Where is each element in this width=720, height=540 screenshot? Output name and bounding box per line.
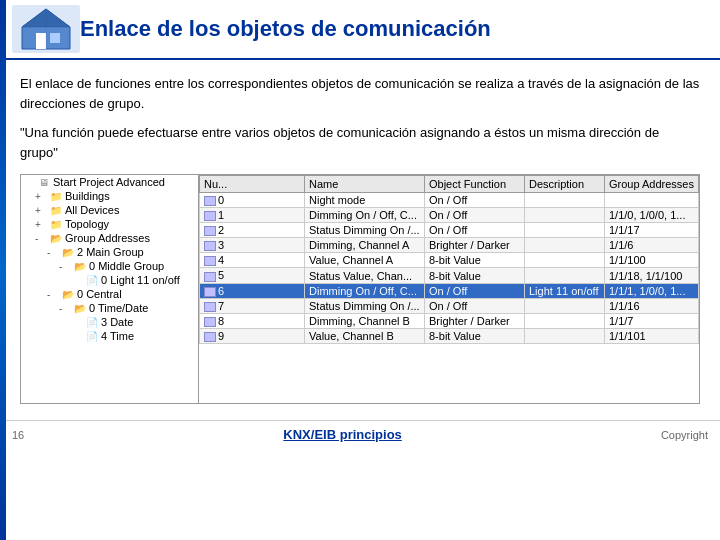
table-row[interactable]: 9Value, Channel B8-bit Value1/1/101 bbox=[200, 328, 699, 343]
cell-group: 1/1/18, 1/1/100 bbox=[605, 268, 699, 283]
tree-toggle-central[interactable]: - bbox=[47, 289, 61, 300]
folder-icon-alldevices: 📁 bbox=[49, 204, 63, 216]
table-row[interactable]: 2Status Dimming On /...On / Off1/1/17 bbox=[200, 223, 699, 238]
cell-num: 6 bbox=[200, 283, 305, 298]
tree-item-middlegroup[interactable]: - 📂 0 Middle Group bbox=[21, 259, 198, 273]
folder-icon-middlegroup: 📂 bbox=[73, 260, 87, 272]
tree-label-central: 0 Central bbox=[77, 288, 122, 300]
tree-toggle-timedate[interactable]: - bbox=[59, 303, 73, 314]
row-icon bbox=[204, 256, 216, 266]
tree-toggle-middlegroup[interactable]: - bbox=[59, 261, 73, 272]
tree-item-groupaddr[interactable]: - 📂 Group Addresses bbox=[21, 231, 198, 245]
table-row[interactable]: 1Dimming On / Off, C...On / Off1/1/0, 1/… bbox=[200, 208, 699, 223]
cell-function: 8-bit Value bbox=[425, 253, 525, 268]
tree-toggle-groupaddr[interactable]: - bbox=[35, 233, 49, 244]
cell-function: On / Off bbox=[425, 298, 525, 313]
tree-toggle-buildings[interactable]: + bbox=[35, 191, 49, 202]
cell-num: 9 bbox=[200, 328, 305, 343]
tree-item-maingroup[interactable]: - 📂 2 Main Group bbox=[21, 245, 198, 259]
table-panel[interactable]: Nu... Name Object Function Description G… bbox=[199, 175, 699, 403]
folder-icon-topology: 📁 bbox=[49, 218, 63, 230]
cell-function: On / Off bbox=[425, 223, 525, 238]
tree-item-buildings[interactable]: + 📁 Buildings bbox=[21, 189, 198, 203]
cell-description bbox=[525, 253, 605, 268]
cell-group: 1/1/1, 1/0/0, 1... bbox=[605, 283, 699, 298]
cell-num: 7 bbox=[200, 298, 305, 313]
cell-num: 4 bbox=[200, 253, 305, 268]
table-row[interactable]: 6Dimming On / Off, C...On / OffLight 11 … bbox=[200, 283, 699, 298]
table-row[interactable]: 7Status Dimming On /...On / Off1/1/16 bbox=[200, 298, 699, 313]
tree-label-alldevices: All Devices bbox=[65, 204, 119, 216]
row-icon bbox=[204, 241, 216, 251]
cell-group bbox=[605, 193, 699, 208]
col-header-num: Nu... bbox=[200, 176, 305, 193]
row-icon bbox=[204, 332, 216, 342]
cell-name: Dimming On / Off, C... bbox=[305, 208, 425, 223]
cell-description bbox=[525, 328, 605, 343]
tree-toggle-alldevices[interactable]: + bbox=[35, 205, 49, 216]
main-panel: 🖥 Start Project Advanced + 📁 Buildings +… bbox=[20, 174, 700, 404]
row-icon bbox=[204, 302, 216, 312]
svg-rect-3 bbox=[50, 33, 60, 43]
footer-link[interactable]: KNX/EIB principios bbox=[283, 427, 401, 442]
cell-description bbox=[525, 208, 605, 223]
row-icon bbox=[204, 272, 216, 282]
cell-description bbox=[525, 268, 605, 283]
data-table: Nu... Name Object Function Description G… bbox=[199, 175, 699, 344]
tree-label-middlegroup: 0 Middle Group bbox=[89, 260, 164, 272]
cell-name: Night mode bbox=[305, 193, 425, 208]
cell-description bbox=[525, 298, 605, 313]
cell-name: Dimming, Channel A bbox=[305, 238, 425, 253]
tree-toggle-maingroup[interactable]: - bbox=[47, 247, 61, 258]
tree-toggle-topology[interactable]: + bbox=[35, 219, 49, 230]
cell-num: 0 bbox=[200, 193, 305, 208]
tree-label-timedate: 0 Time/Date bbox=[89, 302, 148, 314]
table-row[interactable]: 4Value, Channel A8-bit Value1/1/100 bbox=[200, 253, 699, 268]
cell-name: Value, Channel B bbox=[305, 328, 425, 343]
table-header-row: Nu... Name Object Function Description G… bbox=[200, 176, 699, 193]
cell-group: 1/1/17 bbox=[605, 223, 699, 238]
table-row[interactable]: 3Dimming, Channel ABrighter / Darker1/1/… bbox=[200, 238, 699, 253]
row-icon bbox=[204, 211, 216, 221]
cell-name: Dimming On / Off, C... bbox=[305, 283, 425, 298]
cell-name: Dimming, Channel B bbox=[305, 313, 425, 328]
footer: 16 KNX/EIB principios Copyright bbox=[0, 420, 720, 446]
cell-function: On / Off bbox=[425, 208, 525, 223]
row-icon bbox=[204, 226, 216, 236]
description-text: El enlace de funciones entre los corresp… bbox=[20, 74, 700, 113]
page-title: Enlace de los objetos de comunicación bbox=[80, 16, 491, 42]
cell-num: 3 bbox=[200, 238, 305, 253]
folder-icon-groupaddr: 📂 bbox=[49, 232, 63, 244]
tree-item-timedate[interactable]: - 📂 0 Time/Date bbox=[21, 301, 198, 315]
cell-description bbox=[525, 193, 605, 208]
col-header-group: Group Addresses bbox=[605, 176, 699, 193]
tree-panel[interactable]: 🖥 Start Project Advanced + 📁 Buildings +… bbox=[21, 175, 199, 403]
cell-function: On / Off bbox=[425, 193, 525, 208]
cell-function: Brighter / Darker bbox=[425, 238, 525, 253]
cell-group: 1/1/7 bbox=[605, 313, 699, 328]
cell-description bbox=[525, 223, 605, 238]
left-border-decoration bbox=[0, 0, 6, 540]
table-row[interactable]: 5Status Value, Chan...8-bit Value1/1/18,… bbox=[200, 268, 699, 283]
copyright-text: Copyright bbox=[661, 429, 708, 441]
folder-icon-maingroup: 📂 bbox=[61, 246, 75, 258]
tree-item-central[interactable]: - 📂 0 Central bbox=[21, 287, 198, 301]
tree-item-light11[interactable]: 📄 0 Light 11 on/off bbox=[21, 273, 198, 287]
table-row[interactable]: 8Dimming, Channel BBrighter / Darker1/1/… bbox=[200, 313, 699, 328]
cell-num: 8 bbox=[200, 313, 305, 328]
tree-item-time[interactable]: 📄 4 Time bbox=[21, 329, 198, 343]
tree-item-date[interactable]: 📄 3 Date bbox=[21, 315, 198, 329]
folder-icon-central: 📂 bbox=[61, 288, 75, 300]
table-row[interactable]: 0Night modeOn / Off bbox=[200, 193, 699, 208]
cell-function: Brighter / Darker bbox=[425, 313, 525, 328]
tree-label-groupaddr: Group Addresses bbox=[65, 232, 150, 244]
quote-text: "Una función puede efectuarse entre vari… bbox=[20, 123, 700, 162]
tree-item-topology[interactable]: + 📁 Topology bbox=[21, 217, 198, 231]
tree-item-start[interactable]: 🖥 Start Project Advanced bbox=[21, 175, 198, 189]
tree-item-alldevices[interactable]: + 📁 All Devices bbox=[21, 203, 198, 217]
cell-group: 1/1/6 bbox=[605, 238, 699, 253]
header: Enlace de los objetos de comunicación bbox=[0, 0, 720, 60]
cell-function: 8-bit Value bbox=[425, 268, 525, 283]
folder-icon-timedate: 📂 bbox=[73, 302, 87, 314]
page-number: 16 bbox=[12, 429, 24, 441]
